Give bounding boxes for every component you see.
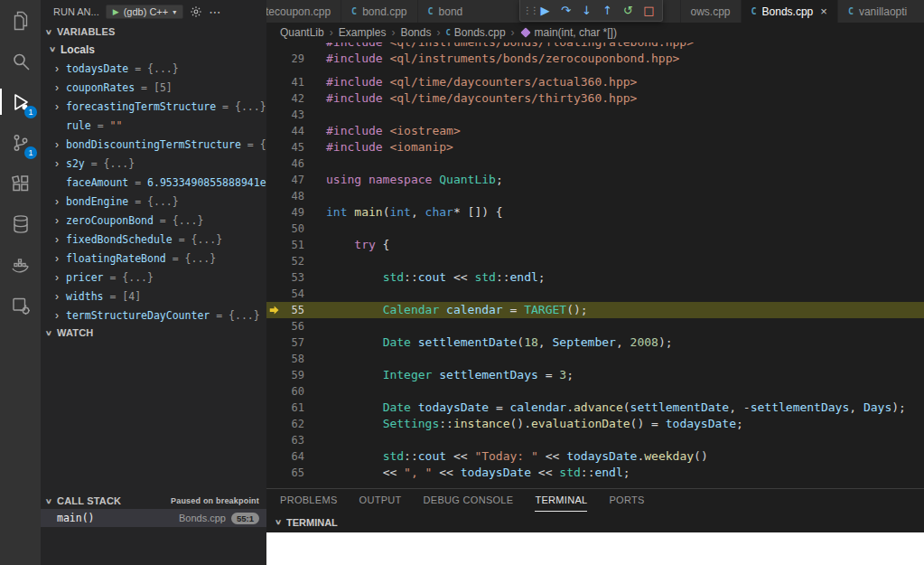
terminal-content[interactable] — [266, 532, 924, 565]
code-line[interactable]: 41#include <ql/time/daycounters/actual36… — [266, 74, 924, 90]
line-number[interactable]: 42 — [283, 90, 304, 107]
line-number[interactable]: 52 — [283, 253, 304, 269]
line-number[interactable]: 46 — [283, 155, 304, 172]
code-line[interactable]: 51 try { — [266, 237, 924, 253]
code-line[interactable]: 55 Calendar calendar = TARGET(); — [266, 302, 924, 318]
line-number[interactable]: 64 — [283, 448, 304, 465]
terminal-section-header[interactable]: ∨ TERMINAL — [266, 512, 924, 532]
line-number[interactable]: 44 — [283, 123, 304, 139]
code-line[interactable]: 58 — [266, 351, 924, 367]
variable-row[interactable]: ›widths = [4] — [41, 287, 266, 306]
line-number[interactable]: 54 — [283, 286, 304, 302]
step-into-button[interactable]: ↓ — [576, 1, 597, 21]
code-line[interactable]: 64 std::cout << "Today: " << todaysDate.… — [266, 448, 924, 465]
close-icon[interactable]: × — [820, 5, 827, 18]
debug-config-dropdown[interactable]: ▶ (gdb) C++ ▾ — [106, 5, 183, 19]
watch-section-header[interactable]: ∨ WATCH — [41, 325, 266, 341]
gear-icon[interactable] — [190, 5, 202, 18]
code-line[interactable]: 63 — [266, 432, 924, 448]
line-number[interactable]: 29 — [283, 51, 304, 67]
code-line[interactable]: 48 — [266, 188, 924, 204]
code-line[interactable]: 61 Date todaysDate = calendar.advance(se… — [266, 400, 924, 416]
start-debugging-icon[interactable]: ▶ — [113, 7, 119, 16]
activity-extensions[interactable] — [0, 163, 41, 203]
code-line[interactable]: 60 — [266, 383, 924, 400]
call-stack-section-header[interactable]: ∨ CALL STACK Paused on breakpoint — [41, 493, 266, 509]
line-number[interactable]: 59 — [283, 367, 304, 383]
variable-row[interactable]: ›s2y = {...} — [41, 154, 266, 173]
line-number[interactable]: 55 — [283, 302, 304, 318]
code-line[interactable]: 65 << ", " << todaysDate << std::endl; — [266, 465, 924, 481]
variable-row[interactable]: ›fixedBondSchedule = {...} — [41, 230, 266, 249]
step-over-button[interactable]: ↷ — [555, 1, 576, 21]
step-out-button[interactable]: ↑ — [597, 1, 618, 21]
line-number[interactable]: 50 — [283, 221, 304, 237]
line-number[interactable]: 61 — [283, 400, 304, 416]
code-line[interactable]: 29#include <ql/instruments/bonds/zerocou… — [266, 51, 924, 67]
code-line[interactable]: 43 — [266, 107, 924, 123]
breadcrumb-item[interactable]: Examples — [339, 26, 387, 39]
line-number[interactable]: 58 — [283, 351, 304, 367]
stop-button[interactable]: □ — [639, 1, 659, 21]
variable-row[interactable]: faceAmount = 6.9533490855888941e-... — [41, 173, 266, 192]
line-number[interactable]: 56 — [283, 318, 304, 334]
activity-run-debug[interactable]: 1 — [0, 81, 41, 122]
code-line[interactable]: #include <ql/instruments/bonds/floatingr… — [266, 42, 924, 51]
variable-row[interactable]: ›bondDiscountingTermStructure = {...} — [41, 135, 266, 154]
code-line[interactable]: 47using namespace QuantLib; — [266, 172, 924, 188]
line-number[interactable]: 65 — [283, 465, 304, 481]
activity-search[interactable] — [0, 41, 41, 81]
tab-bond-cpp[interactable]: Cbond.cpp — [341, 0, 417, 23]
tab-tecoupon-cpp[interactable]: Ctecoupon.cpp — [266, 0, 341, 23]
tab-ows-cpp[interactable]: ows.cpp — [681, 0, 742, 23]
code-line[interactable]: 54 — [266, 286, 924, 302]
drag-handle[interactable]: ⋮⋮ — [523, 1, 535, 21]
activity-containers[interactable] — [0, 244, 41, 285]
code-line[interactable]: 57 Date settlementDate(18, September, 20… — [266, 334, 924, 351]
panel-tab-problems[interactable]: PROBLEMS — [280, 489, 338, 512]
code-line[interactable]: 53 std::cout << std::endl; — [266, 269, 924, 286]
line-number[interactable]: 57 — [283, 334, 304, 351]
activity-database[interactable] — [0, 203, 41, 244]
restart-button[interactable]: ↺ — [618, 1, 639, 21]
code-line[interactable]: 44#include <iostream> — [266, 123, 924, 139]
continue-button[interactable]: ▶ — [535, 1, 555, 21]
line-number[interactable]: 41 — [283, 74, 304, 90]
variable-row[interactable]: ›floatingRateBond = {...} — [41, 249, 266, 268]
variable-row[interactable]: ›forecastingTermStructure = {...} — [41, 97, 266, 116]
call-stack-frame[interactable]: main()Bonds.cpp55:1 — [41, 509, 266, 527]
line-number[interactable]: 47 — [283, 172, 304, 188]
variables-section-header[interactable]: ∨ VARIABLES — [41, 24, 266, 40]
more-actions-icon[interactable]: ⋯ — [209, 5, 221, 19]
panel-tab-debug-console[interactable]: DEBUG CONSOLE — [424, 489, 514, 512]
code-line[interactable]: 59 Integer settlementDays = 3; — [266, 367, 924, 383]
line-number[interactable]: 62 — [283, 416, 304, 432]
variable-row[interactable]: ›todaysDate = {...} — [41, 59, 266, 78]
code-line[interactable]: 62 Settings::instance().evaluationDate()… — [266, 416, 924, 432]
line-number[interactable]: 48 — [283, 188, 304, 204]
breadcrumb-item[interactable]: QuantLib — [280, 26, 324, 39]
variable-row[interactable]: ›bondEngine = {...} — [41, 192, 266, 211]
breadcrumb-item[interactable]: Bonds.cpp — [454, 26, 506, 39]
locals-scope-row[interactable]: ∨ Locals — [41, 40, 266, 59]
code-line[interactable]: 52 — [266, 253, 924, 269]
line-number[interactable]: 51 — [283, 237, 304, 253]
tab-bonds-cpp[interactable]: CBonds.cpp× — [742, 0, 838, 23]
variable-row[interactable]: ›termStructureDayCounter = {...} — [41, 306, 266, 325]
code-line[interactable]: 42#include <ql/time/daycounters/thirty36… — [266, 90, 924, 107]
variable-row[interactable]: ›pricer = {...} — [41, 268, 266, 287]
line-number[interactable]: 49 — [283, 204, 304, 221]
tab-vanillaopti[interactable]: Cvanillaopti — [838, 0, 924, 23]
line-number[interactable]: 63 — [283, 432, 304, 448]
breadcrumb-item[interactable]: Bonds — [400, 26, 431, 39]
variable-row[interactable]: ›couponRates = [5] — [41, 78, 266, 97]
variable-row[interactable]: rule = "" — [41, 116, 266, 135]
activity-tools[interactable] — [0, 285, 41, 325]
panel-tab-ports[interactable]: PORTS — [609, 489, 644, 512]
variable-row[interactable]: ›zeroCouponBond = {...} — [41, 211, 266, 230]
code-line[interactable]: 46 — [266, 155, 924, 172]
panel-tab-terminal[interactable]: TERMINAL — [535, 489, 587, 512]
code-line[interactable]: 50 — [266, 221, 924, 237]
breadcrumb-item[interactable]: main(int, char *[]) — [535, 26, 617, 39]
activity-explorer[interactable] — [0, 0, 41, 41]
